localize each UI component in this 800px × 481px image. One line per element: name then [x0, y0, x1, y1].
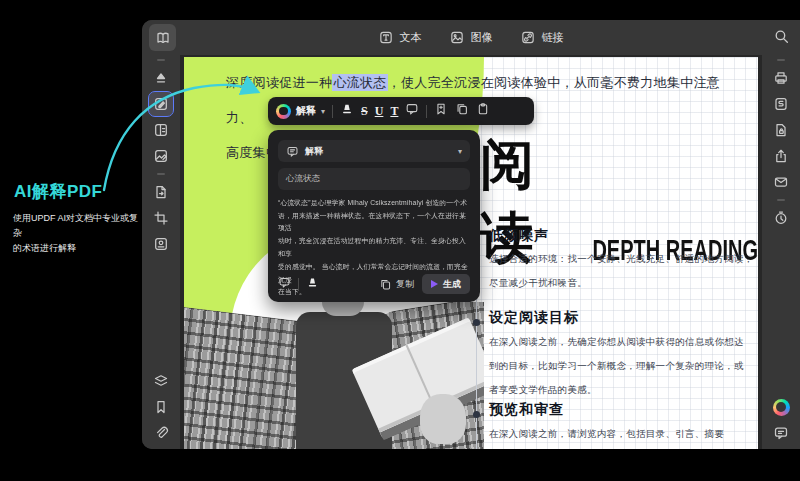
reader-book-icon — [155, 30, 171, 46]
section-title: 设定阅读目标 — [489, 309, 579, 327]
eject-icon — [153, 70, 169, 86]
history-button[interactable] — [769, 206, 793, 230]
divider — [777, 199, 785, 201]
layers-button[interactable] — [149, 369, 173, 393]
comment-button[interactable] — [278, 275, 291, 293]
mode-label: 解释 — [305, 145, 452, 158]
person-photo — [184, 302, 484, 449]
app-window: 文本 图像 链接 — [142, 20, 800, 449]
tool-tabs: 文本 图像 链接 — [379, 30, 564, 45]
ai-explain-label: 解释 — [296, 104, 316, 118]
tab-link[interactable]: 链接 — [521, 30, 564, 45]
query-field[interactable]: 心流状态 — [278, 168, 470, 190]
highlighter-icon — [306, 276, 319, 289]
explain-mode-icon — [286, 145, 299, 158]
bookmark-icon — [153, 399, 169, 415]
crop-icon — [153, 210, 169, 226]
reader-book-icon[interactable] — [149, 24, 176, 51]
top-toolbar: 文本 图像 链接 — [142, 20, 800, 55]
ai-assistant-button[interactable] — [769, 395, 793, 419]
paragraph-text: 深度阅读促进一种 — [226, 75, 332, 90]
tab-image[interactable]: 图像 — [450, 30, 493, 45]
page-organize-icon — [153, 122, 169, 138]
stamp-doc-button[interactable] — [149, 232, 173, 256]
text-style-button[interactable]: T — [390, 104, 398, 119]
page-organize-button[interactable] — [149, 118, 173, 142]
generate-label: 生成 — [443, 278, 461, 291]
save-button[interactable] — [769, 92, 793, 116]
copy-icon — [379, 278, 392, 291]
protect-button[interactable] — [769, 118, 793, 142]
export-page-button[interactable] — [149, 180, 173, 204]
history-icon — [773, 210, 789, 226]
generate-play-icon — [431, 280, 438, 288]
link-tool-icon — [521, 30, 536, 45]
promo-description-line: 的术语进行解释 — [13, 241, 139, 256]
generate-button[interactable]: 生成 — [422, 274, 470, 294]
divider — [157, 173, 165, 175]
popup-footer: 复制 生成 — [278, 274, 470, 294]
tab-image-label: 图像 — [471, 30, 493, 45]
strikethrough-button[interactable]: S — [361, 104, 368, 119]
comment-button[interactable] — [405, 102, 419, 120]
highlight-button[interactable] — [340, 102, 354, 120]
copy-label: 复制 — [396, 278, 414, 291]
mail-icon — [773, 174, 789, 190]
stamp-doc-icon — [153, 236, 169, 252]
paperclip-icon — [153, 425, 169, 441]
explanation-line: “心流状态”是心理学家 Mihaly Csikszentmihalyi 创造的一… — [278, 196, 470, 209]
caret-down-icon[interactable]: ▾ — [321, 107, 325, 116]
bookmark-add-button[interactable] — [434, 102, 448, 120]
mode-select[interactable]: 解释 ▾ — [278, 140, 470, 162]
share-button[interactable] — [769, 144, 793, 168]
ai-assistant-icon — [773, 399, 790, 416]
print-button[interactable] — [769, 66, 793, 90]
tab-text-label: 文本 — [400, 30, 422, 45]
search-button[interactable] — [773, 28, 790, 49]
attachment-button[interactable] — [149, 421, 173, 445]
section-body-line: 到的目标，比如学习一个新概念，理解一个复杂的理论，或 — [489, 354, 744, 378]
bookmark-add-icon — [434, 102, 448, 116]
caret-down-icon: ▾ — [458, 147, 462, 156]
bookmark-button[interactable] — [149, 395, 173, 419]
section-body: 在深入阅读之前，先确定你想从阅读中获得的信息或你想达 到的目标，比如学习一个新概… — [489, 330, 744, 402]
section-body-line: 者享受文学作品的美感。 — [489, 378, 744, 402]
section-body-line: 尽量减少干扰和噪音。 — [489, 271, 754, 295]
query-text: 心流状态 — [286, 173, 320, 185]
timeline-bullet — [473, 319, 480, 326]
eject-button[interactable] — [149, 66, 173, 90]
clipboard-button[interactable] — [476, 102, 490, 120]
highlighter-icon — [340, 102, 354, 116]
highlighted-text[interactable]: 心流状态 — [332, 74, 387, 91]
ai-explain-button[interactable]: 解释 ▾ — [276, 104, 325, 119]
section-body: 在深入阅读之前，请浏览内容，包括目录、引言、摘要 — [489, 422, 724, 446]
selection-toolbar: 解释 ▾ S U T — [268, 97, 534, 125]
underline-button[interactable]: U — [375, 104, 384, 119]
feedback-button[interactable] — [769, 421, 793, 445]
mail-button[interactable] — [769, 170, 793, 194]
printer-icon — [773, 70, 789, 86]
highlight-button[interactable] — [306, 275, 319, 293]
layers-icon — [153, 373, 169, 389]
promo-panel: AI解释PDF 使用UPDF AI对文档中专业或复杂 的术语进行解释 — [0, 0, 142, 481]
copy-icon — [455, 102, 469, 116]
crop-button[interactable] — [149, 206, 173, 230]
divider — [298, 278, 299, 291]
left-sidebar — [142, 55, 180, 449]
search-icon — [773, 28, 790, 45]
divider — [157, 59, 165, 61]
promo-description-line: 使用UPDF AI对文档中专业或复杂 — [13, 211, 139, 241]
tab-text[interactable]: 文本 — [379, 30, 422, 45]
timeline-bullet — [473, 411, 480, 418]
section-body: 选择合适的环境：找一个安静、光线充足、舒适的地方阅读， 尽量减少干扰和噪音。 — [489, 247, 754, 295]
copy-result-button[interactable]: 复制 — [379, 278, 414, 291]
copy-button[interactable] — [455, 102, 469, 120]
photo-hand — [420, 394, 466, 444]
annotate-button[interactable] — [149, 92, 173, 116]
image-edit-button[interactable] — [149, 144, 173, 168]
promo-description: 使用UPDF AI对文档中专业或复杂 的术语进行解释 — [13, 211, 139, 256]
divider — [332, 105, 333, 118]
right-sidebar — [762, 55, 800, 449]
divider — [777, 59, 785, 61]
section-title: 预览和审查 — [489, 401, 564, 419]
